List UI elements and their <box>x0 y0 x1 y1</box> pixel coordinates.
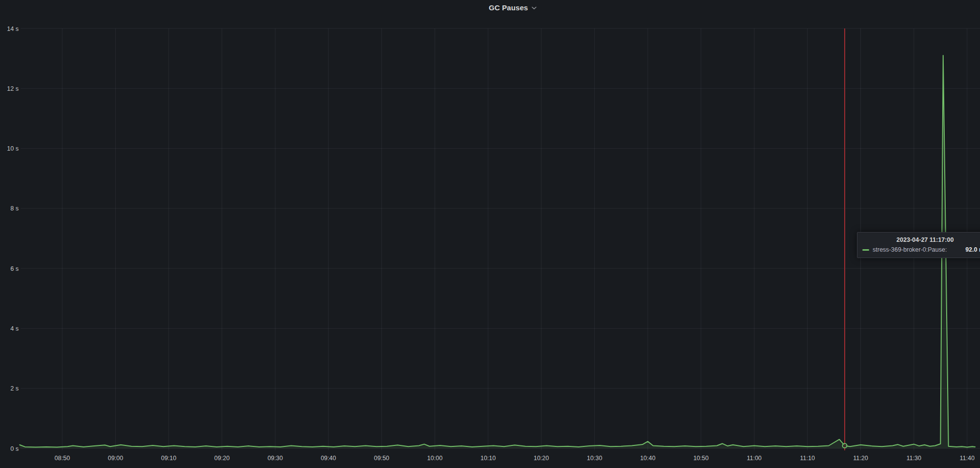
x-tick-label: 09:10 <box>161 455 176 462</box>
x-tick-label: 09:30 <box>268 455 283 462</box>
y-tick-label: 6 s <box>10 265 19 272</box>
x-tick-label: 10:30 <box>587 455 602 462</box>
panel-title[interactable]: GC Pauses <box>489 3 528 12</box>
x-tick-label: 10:00 <box>427 455 442 462</box>
x-tick-label: 11:30 <box>906 455 921 462</box>
x-tick-label: 10:50 <box>693 455 708 462</box>
x-tick-label: 10:20 <box>533 455 549 462</box>
grid-lines <box>21 28 980 450</box>
y-tick-label: 4 s <box>10 325 19 332</box>
x-tick-label: 09:20 <box>214 455 229 462</box>
y-tick-label: 0 s <box>10 445 19 452</box>
series-color-swatch <box>862 249 869 251</box>
hover-point-marker <box>843 443 847 448</box>
y-tick-label: 12 s <box>7 85 19 92</box>
tooltip-timestamp: 2023-04-27 11:17:00 <box>862 236 980 243</box>
x-tick-label: 10:10 <box>480 455 496 462</box>
y-tick-label: 10 s <box>7 145 19 152</box>
y-tick-label: 2 s <box>10 385 19 392</box>
x-tick-label: 09:50 <box>374 455 389 462</box>
panel-header[interactable]: GC Pauses <box>489 0 537 15</box>
y-tick-label: 8 s <box>10 205 19 212</box>
y-tick-label: 14 s <box>7 26 19 32</box>
chevron-down-icon <box>531 6 537 10</box>
hover-tooltip: 2023-04-27 11:17:00 stress-369-broker-0:… <box>857 232 980 258</box>
x-tick-label: 11:40 <box>960 455 975 462</box>
x-tick-label: 09:00 <box>108 455 123 462</box>
x-tick-label: 11:10 <box>800 455 815 462</box>
series-area-fill <box>20 55 975 448</box>
x-tick-label: 09:40 <box>321 455 336 462</box>
tooltip-series-label: stress-369-broker-0:Pause: <box>873 246 947 253</box>
x-axis-labels: 08:5009:0009:1009:2009:3009:4009:5010:00… <box>54 455 975 462</box>
x-tick-label: 10:40 <box>640 455 655 462</box>
tooltip-series-row: stress-369-broker-0:Pause: 92.0 ms <box>862 246 980 253</box>
tooltip-series-value: 92.0 ms <box>958 246 980 253</box>
y-axis-labels: 0 s2 s4 s6 s8 s10 s12 s14 s <box>7 26 19 452</box>
x-tick-label: 11:00 <box>747 455 761 462</box>
x-tick-label: 11:20 <box>853 455 868 462</box>
x-tick-label: 08:50 <box>54 455 70 462</box>
time-series-chart[interactable]: 0 s2 s4 s6 s8 s10 s12 s14 s08:5009:0009:… <box>0 0 980 468</box>
